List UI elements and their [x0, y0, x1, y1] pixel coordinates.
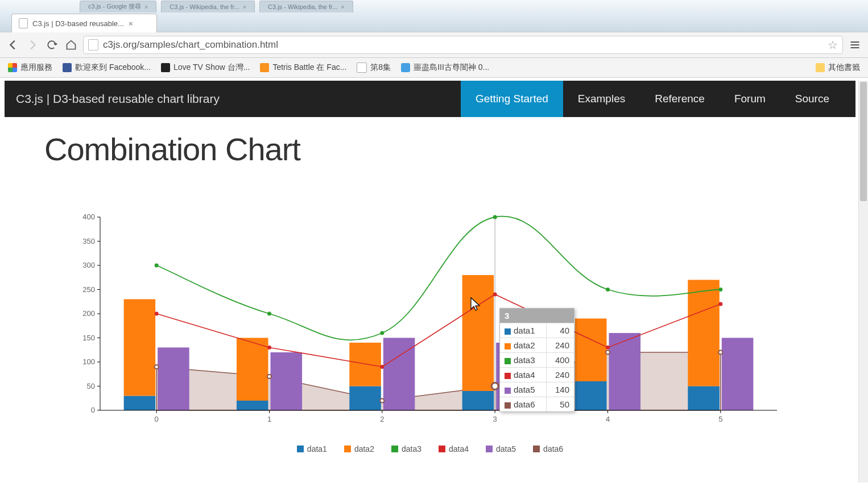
url-text: c3js.org/samples/chart_combination.html [103, 39, 278, 51]
chart-tooltip: 3data140data2240data3400data4240data5140… [499, 308, 574, 412]
svg-point-35 [606, 351, 610, 355]
chat-icon [401, 63, 410, 72]
svg-point-23 [606, 288, 610, 292]
svg-text:3: 3 [493, 415, 497, 423]
vertical-scrollbar[interactable] [858, 81, 868, 482]
svg-text:350: 350 [82, 237, 95, 245]
chart[interactable]: 050100150200250300350400012345 data1data… [56, 211, 804, 461]
close-icon[interactable]: × [341, 3, 344, 10]
svg-text:0: 0 [91, 406, 95, 414]
svg-point-22 [493, 215, 497, 219]
svg-rect-18 [722, 338, 754, 411]
legend-item[interactable]: data2 [344, 444, 374, 453]
legend-item[interactable]: data6 [533, 444, 563, 453]
other-bookmarks[interactable]: 其他書籤 [816, 63, 860, 73]
active-tab[interactable]: C3.js | D3-based reusable... × [11, 14, 157, 32]
legend-item[interactable]: data4 [439, 444, 469, 453]
apps-button[interactable]: 應用服務 [8, 63, 52, 73]
doc-icon [357, 63, 367, 73]
svg-rect-7 [349, 386, 381, 411]
svg-point-20 [267, 312, 271, 316]
browser-tabstrip: c3.js - Google 搜尋× C3.js - Wikipedia, th… [0, 0, 868, 32]
svg-point-37 [491, 383, 498, 390]
chart-legend: data1data2data3data4data5data6 [56, 444, 804, 453]
svg-text:2: 2 [380, 415, 384, 423]
svg-rect-4 [237, 401, 268, 410]
svg-rect-13 [575, 381, 607, 410]
svg-point-27 [380, 365, 384, 369]
svg-point-29 [606, 346, 610, 349]
svg-text:0: 0 [155, 415, 159, 423]
svg-point-26 [267, 346, 271, 349]
background-tab[interactable]: c3.js - Google 搜尋× [80, 1, 156, 13]
background-tab[interactable]: C3.js - Wikipedia, the fr...× [161, 1, 255, 13]
svg-rect-10 [462, 391, 494, 410]
svg-text:50: 50 [87, 382, 95, 390]
back-button[interactable] [6, 38, 20, 52]
svg-point-24 [718, 288, 722, 292]
apps-icon [8, 63, 17, 72]
svg-text:5: 5 [718, 415, 722, 423]
svg-text:200: 200 [82, 309, 95, 318]
close-icon[interactable]: × [243, 3, 246, 10]
folder-icon [816, 63, 825, 72]
site-brand[interactable]: C3.js | D3-based reusable chart library [16, 92, 461, 106]
home-button[interactable] [64, 38, 78, 52]
svg-text:1: 1 [267, 415, 271, 423]
close-icon[interactable]: × [129, 19, 133, 28]
svg-point-28 [493, 293, 497, 297]
svg-point-21 [380, 331, 384, 335]
background-tab[interactable]: C3.js - Wikipedia, the fr...× [259, 1, 353, 13]
svg-text:300: 300 [82, 261, 95, 269]
address-bar[interactable]: c3js.org/samples/chart_combination.html … [83, 36, 843, 54]
svg-text:400: 400 [82, 213, 95, 221]
svg-point-32 [267, 374, 271, 378]
svg-point-19 [155, 264, 159, 268]
legend-item[interactable]: data3 [391, 444, 421, 453]
forward-button[interactable] [25, 38, 40, 52]
svg-rect-6 [271, 352, 303, 410]
site-nav: Getting Started Examples Reference Forum… [461, 81, 844, 117]
svg-text:4: 4 [606, 415, 610, 423]
svg-point-33 [380, 399, 384, 403]
nav-examples[interactable]: Examples [563, 81, 640, 117]
nav-source[interactable]: Source [780, 81, 844, 117]
svg-point-36 [718, 351, 722, 355]
svg-rect-17 [688, 280, 720, 386]
svg-rect-11 [462, 275, 494, 391]
svg-rect-5 [237, 338, 268, 401]
svg-rect-15 [609, 333, 641, 410]
svg-text:150: 150 [82, 334, 95, 342]
svg-rect-8 [349, 343, 381, 386]
svg-point-30 [718, 302, 722, 306]
svg-rect-2 [124, 299, 156, 396]
scrollbar-thumb[interactable] [860, 82, 867, 201]
page-content: C3.js | D3-based reusable chart library … [5, 81, 855, 482]
page-title: Combination Chart [44, 131, 855, 168]
bookmark-item[interactable]: 第8集 [357, 63, 391, 73]
page-icon [19, 18, 28, 28]
nav-forum[interactable]: Forum [720, 81, 780, 117]
nav-reference[interactable]: Reference [640, 81, 720, 117]
legend-item[interactable]: data1 [297, 444, 327, 453]
tetris-icon [260, 63, 269, 72]
menu-button[interactable] [848, 38, 862, 52]
nav-getting-started[interactable]: Getting Started [461, 81, 563, 117]
svg-rect-3 [158, 348, 189, 411]
site-header: C3.js | D3-based reusable chart library … [5, 81, 855, 117]
legend-item[interactable]: data5 [486, 444, 516, 453]
bookmark-item[interactable]: Love TV Show 台灣... [161, 63, 250, 73]
site-icon [88, 39, 98, 51]
tab-title: C3.js | D3-based reusable... [32, 19, 124, 28]
star-icon[interactable]: ☆ [828, 38, 838, 52]
bookmark-item[interactable]: Tetris Battle 在 Fac... [260, 63, 346, 73]
svg-point-25 [155, 312, 159, 316]
bookmark-item[interactable]: 噩盡島III古尊闇神 0... [401, 63, 489, 73]
svg-rect-1 [124, 396, 156, 411]
bookmark-item[interactable]: 歡迎來到 Facebook... [63, 63, 151, 73]
browser-toolbar: c3js.org/samples/chart_combination.html … [0, 32, 868, 58]
close-icon[interactable]: × [144, 3, 148, 10]
reload-button[interactable] [44, 38, 59, 52]
svg-rect-14 [575, 319, 607, 382]
svg-rect-16 [688, 386, 720, 411]
